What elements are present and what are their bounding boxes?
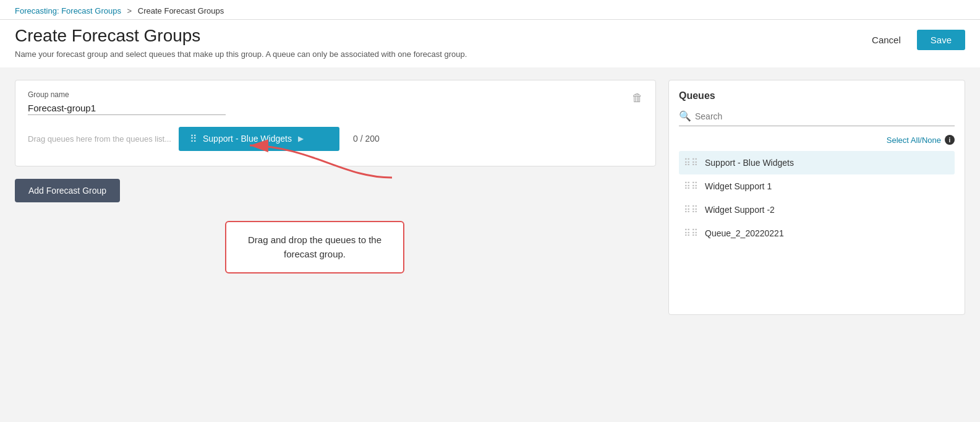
group-header: Group name 🗑 — [28, 90, 643, 115]
cursor-icon: ▶ — [298, 134, 304, 143]
page-subtitle: Name your forecast group and select queu… — [15, 50, 467, 59]
info-icon[interactable]: i — [945, 135, 955, 145]
queue-chip[interactable]: ⠿ Support - Blue Widgets ▶ — [179, 127, 339, 151]
queues-title: Queues — [679, 90, 955, 101]
page-wrapper: Forecasting: Forecast Groups > Create Fo… — [0, 0, 980, 422]
page-title-block: Create Forecast Groups Name your forecas… — [15, 26, 467, 59]
queue-item-name: Support - Blue Widgets — [705, 158, 794, 168]
drop-zone: Drag queues here from the queues list...… — [28, 124, 643, 153]
delete-icon[interactable]: 🗑 — [632, 92, 643, 105]
tooltip-area: Drag and drop the queues to the forecast… — [15, 202, 656, 301]
drag-handle-icon: ⠿⠿ — [684, 228, 699, 239]
search-box: 🔍 — [679, 110, 955, 126]
select-all-link[interactable]: Select All/None — [887, 136, 941, 145]
forecast-group-card: Group name 🗑 Drag queues here from the q… — [15, 80, 656, 166]
queue-list-item[interactable]: ⠿⠿ Widget Support -2 — [679, 198, 955, 222]
top-bar: Forecasting: Forecast Groups > Create Fo… — [0, 0, 980, 20]
queues-panel: Queues 🔍 Select All/None i ⠿⠿ Support - … — [668, 80, 965, 315]
page-header: Create Forecast Groups Name your forecas… — [0, 20, 980, 67]
search-input[interactable] — [695, 111, 955, 121]
drag-handle-icon: ⠿⠿ — [684, 157, 699, 168]
drag-handle-icon: ⠿⠿ — [684, 204, 699, 215]
queue-count: 0 / 200 — [353, 134, 380, 144]
add-forecast-group-button[interactable]: Add Forecast Group — [15, 179, 120, 202]
drag-handle-icon: ⠿⠿ — [684, 181, 699, 192]
drag-dots-icon: ⠿ — [190, 133, 198, 145]
tooltip-text: Drag and drop the queues to the forecast… — [248, 235, 381, 259]
queue-item-name: Widget Support -2 — [705, 205, 775, 215]
group-name-input[interactable] — [28, 101, 226, 115]
save-button[interactable]: Save — [917, 30, 965, 50]
queue-item-name: Widget Support 1 — [705, 181, 772, 191]
queue-list: ⠿⠿ Support - Blue Widgets ⠿⠿ Widget Supp… — [679, 151, 955, 245]
group-name-label: Group name — [28, 90, 226, 99]
page-title: Create Forecast Groups — [15, 26, 467, 46]
tooltip-box: Drag and drop the queues to the forecast… — [225, 221, 404, 273]
queue-chip-label: Support - Blue Widgets — [203, 134, 292, 144]
select-all-row: Select All/None i — [679, 135, 955, 145]
drop-zone-hint: Drag queues here from the queues list... — [28, 134, 171, 144]
cancel-button[interactable]: Cancel — [863, 31, 910, 49]
left-panel: Group name 🗑 Drag queues here from the q… — [15, 80, 656, 301]
queue-list-item[interactable]: ⠿⠿ Support - Blue Widgets — [679, 151, 955, 174]
search-icon: 🔍 — [679, 110, 691, 122]
breadcrumb-separator: > — [127, 6, 132, 15]
main-content: Group name 🗑 Drag queues here from the q… — [0, 67, 980, 327]
queue-list-item[interactable]: ⠿⠿ Queue_2_20220221 — [679, 222, 955, 245]
header-actions: Cancel Save — [863, 30, 965, 50]
queue-item-name: Queue_2_20220221 — [705, 228, 784, 238]
queue-list-item[interactable]: ⠿⠿ Widget Support 1 — [679, 174, 955, 198]
breadcrumb: Forecasting: Forecast Groups > Create Fo… — [15, 6, 965, 15]
breadcrumb-current: Create Forecast Groups — [138, 6, 224, 15]
group-name-block: Group name — [28, 90, 226, 115]
breadcrumb-link[interactable]: Forecasting: Forecast Groups — [15, 6, 121, 15]
